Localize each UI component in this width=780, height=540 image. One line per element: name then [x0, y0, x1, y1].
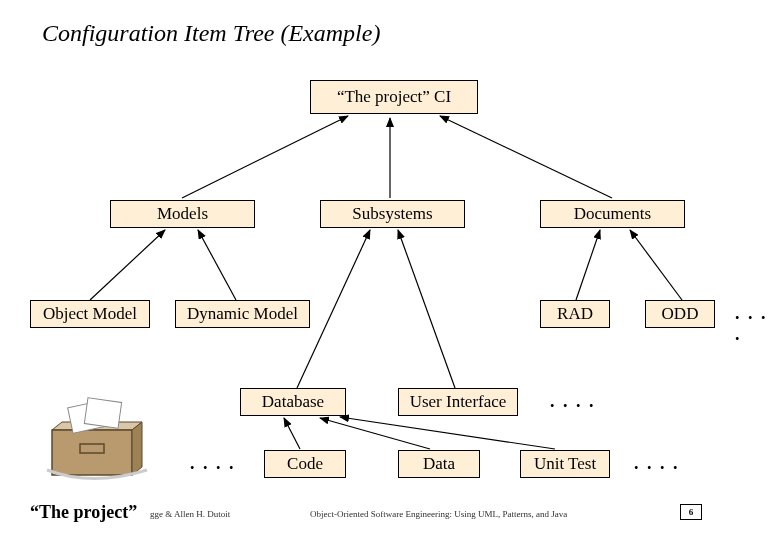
node-unit-test: Unit Test: [520, 450, 610, 478]
footer-author: gge & Allen H. Dutoit: [150, 509, 230, 519]
ellipsis-documents: . . . .: [735, 303, 780, 345]
footer-center: Object-Oriented Software Engineering: Us…: [310, 509, 567, 519]
ellipsis-db-left: . . . .: [190, 453, 236, 474]
svg-line-9: [284, 418, 300, 449]
svg-line-8: [398, 230, 455, 388]
svg-rect-16: [84, 398, 121, 428]
svg-line-11: [340, 417, 555, 449]
node-root: “The project” CI: [310, 80, 478, 114]
node-data: Data: [398, 450, 480, 478]
svg-line-2: [440, 116, 612, 198]
page-title: Configuration Item Tree (Example): [42, 20, 380, 47]
node-odd: ODD: [645, 300, 715, 328]
node-code: Code: [264, 450, 346, 478]
svg-line-5: [576, 230, 600, 300]
project-label: “The project”: [30, 502, 137, 523]
node-models: Models: [110, 200, 255, 228]
svg-marker-14: [132, 422, 142, 475]
node-database: Database: [240, 388, 346, 416]
node-dynamic-model: Dynamic Model: [175, 300, 310, 328]
svg-line-10: [320, 418, 430, 449]
svg-line-4: [198, 230, 236, 300]
node-documents: Documents: [540, 200, 685, 228]
svg-line-3: [90, 230, 165, 300]
node-subsystems: Subsystems: [320, 200, 465, 228]
svg-line-6: [630, 230, 682, 300]
node-rad: RAD: [540, 300, 610, 328]
box-icon: [42, 392, 152, 491]
node-object-model: Object Model: [30, 300, 150, 328]
ellipsis-db-right: . . . .: [634, 453, 680, 474]
ellipsis-subsystems: . . . .: [550, 391, 596, 412]
svg-line-0: [182, 116, 348, 198]
page-number-icon: 6: [680, 504, 702, 520]
node-user-interface: User Interface: [398, 388, 518, 416]
